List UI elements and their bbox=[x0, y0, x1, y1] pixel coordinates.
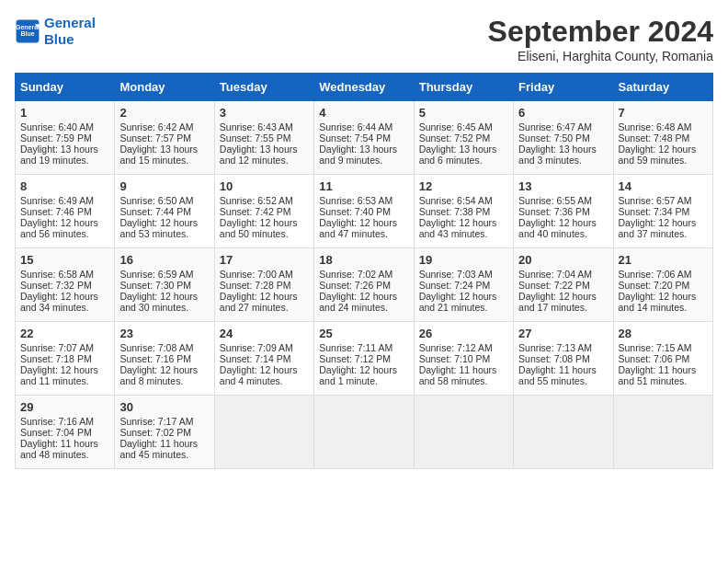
day-info-line: Daylight: 12 hours bbox=[619, 291, 708, 302]
calendar-day-cell: 4Sunrise: 6:44 AMSunset: 7:54 PMDaylight… bbox=[314, 101, 414, 175]
day-number: 15 bbox=[20, 253, 109, 267]
day-info-line: Daylight: 12 hours bbox=[220, 364, 309, 375]
logo-text: General Blue bbox=[44, 15, 96, 48]
calendar-day-cell: 22Sunrise: 7:07 AMSunset: 7:18 PMDayligh… bbox=[16, 322, 115, 396]
day-number: 22 bbox=[20, 327, 109, 340]
calendar-day-cell: 5Sunrise: 6:45 AMSunset: 7:52 PMDaylight… bbox=[414, 101, 513, 175]
day-info-line: Daylight: 13 hours bbox=[419, 144, 508, 155]
day-number: 9 bbox=[119, 179, 209, 193]
calendar-day-cell: 17Sunrise: 7:00 AMSunset: 7:28 PMDayligh… bbox=[214, 248, 313, 322]
empty-cell bbox=[314, 396, 414, 469]
day-info-line: Sunset: 7:59 PM bbox=[20, 132, 109, 144]
day-info-line: Daylight: 11 hours bbox=[20, 438, 109, 449]
day-info-line: Sunrise: 6:59 AM bbox=[119, 269, 209, 280]
day-info-line: Sunset: 7:40 PM bbox=[319, 206, 408, 217]
day-number: 1 bbox=[20, 106, 109, 120]
day-header-thursday: Thursday bbox=[414, 74, 513, 101]
calendar-day-cell: 13Sunrise: 6:55 AMSunset: 7:36 PMDayligh… bbox=[514, 175, 613, 248]
day-number: 24 bbox=[220, 327, 309, 340]
day-info-line: and 50 minutes. bbox=[220, 228, 309, 239]
day-number: 27 bbox=[518, 327, 608, 340]
day-info-line: Sunrise: 6:47 AM bbox=[518, 121, 608, 132]
day-info-line: and 48 minutes. bbox=[20, 449, 109, 460]
day-info-line: and 58 minutes. bbox=[419, 375, 508, 386]
day-info-line: and 4 minutes. bbox=[220, 375, 309, 386]
day-info-line: Daylight: 13 hours bbox=[20, 144, 109, 155]
day-info-line: Sunrise: 6:43 AM bbox=[220, 121, 309, 132]
day-info-line: Sunset: 7:52 PM bbox=[419, 132, 508, 144]
logo: General Blue General Blue bbox=[15, 15, 96, 48]
calendar-day-cell: 24Sunrise: 7:09 AMSunset: 7:14 PMDayligh… bbox=[214, 322, 313, 396]
day-info-line: Sunset: 7:12 PM bbox=[319, 353, 408, 364]
calendar-day-cell: 15Sunrise: 6:58 AMSunset: 7:32 PMDayligh… bbox=[16, 248, 115, 322]
day-info-line: and 59 minutes. bbox=[619, 155, 708, 166]
day-info-line: Sunset: 7:20 PM bbox=[619, 280, 708, 291]
day-info-line: Sunset: 7:08 PM bbox=[518, 353, 608, 364]
day-info-line: Daylight: 12 hours bbox=[518, 291, 608, 302]
day-info-line: Sunrise: 7:07 AM bbox=[20, 342, 109, 353]
day-info-line: Daylight: 12 hours bbox=[20, 291, 109, 302]
calendar-day-cell: 28Sunrise: 7:15 AMSunset: 7:06 PMDayligh… bbox=[613, 322, 712, 396]
day-info-line: and 6 minutes. bbox=[419, 155, 508, 166]
day-info-line: and 47 minutes. bbox=[319, 228, 408, 239]
empty-cell bbox=[414, 396, 513, 469]
day-number: 18 bbox=[319, 253, 408, 267]
day-info-line: Daylight: 12 hours bbox=[119, 217, 209, 228]
day-info-line: Sunrise: 7:03 AM bbox=[419, 269, 508, 280]
day-info-line: and 43 minutes. bbox=[419, 228, 508, 239]
day-info-line: Sunrise: 6:48 AM bbox=[619, 121, 708, 132]
empty-cell bbox=[514, 396, 613, 469]
day-info-line: and 17 minutes. bbox=[518, 302, 608, 313]
day-info-line: Daylight: 12 hours bbox=[319, 291, 408, 302]
day-info-line: Daylight: 12 hours bbox=[619, 217, 708, 228]
day-info-line: and 27 minutes. bbox=[220, 302, 309, 313]
day-info-line: and 30 minutes. bbox=[119, 302, 209, 313]
day-info-line: Sunset: 7:16 PM bbox=[119, 353, 209, 364]
day-info-line: Daylight: 12 hours bbox=[220, 217, 309, 228]
day-info-line: Sunset: 7:10 PM bbox=[419, 353, 508, 364]
day-info-line: Daylight: 11 hours bbox=[619, 364, 708, 375]
day-number: 28 bbox=[619, 327, 708, 340]
day-info-line: Sunset: 7:38 PM bbox=[419, 206, 508, 217]
day-number: 4 bbox=[319, 106, 408, 120]
day-info-line: Sunrise: 6:57 AM bbox=[619, 195, 708, 206]
day-info-line: and 1 minute. bbox=[319, 375, 408, 386]
calendar-day-cell: 23Sunrise: 7:08 AMSunset: 7:16 PMDayligh… bbox=[115, 322, 214, 396]
day-header-tuesday: Tuesday bbox=[214, 74, 313, 101]
day-info-line: and 56 minutes. bbox=[20, 228, 109, 239]
empty-cell bbox=[613, 396, 712, 469]
day-info-line: Sunrise: 7:09 AM bbox=[220, 342, 309, 353]
day-info-line: Sunrise: 6:40 AM bbox=[20, 121, 109, 132]
calendar-week-row: 1Sunrise: 6:40 AMSunset: 7:59 PMDaylight… bbox=[16, 101, 713, 175]
day-info-line: and 24 minutes. bbox=[319, 302, 408, 313]
day-info-line: Sunrise: 7:08 AM bbox=[119, 342, 209, 353]
calendar-day-cell: 7Sunrise: 6:48 AMSunset: 7:48 PMDaylight… bbox=[613, 101, 712, 175]
day-info-line: Daylight: 12 hours bbox=[119, 291, 209, 302]
svg-text:Blue: Blue bbox=[20, 30, 34, 37]
calendar-day-cell: 8Sunrise: 6:49 AMSunset: 7:46 PMDaylight… bbox=[16, 175, 115, 248]
day-number: 7 bbox=[619, 106, 708, 120]
day-info-line: Sunrise: 7:13 AM bbox=[518, 342, 608, 353]
day-info-line: and 3 minutes. bbox=[518, 155, 608, 166]
day-info-line: and 11 minutes. bbox=[20, 375, 109, 386]
day-number: 26 bbox=[419, 327, 508, 340]
day-info-line: Sunset: 7:30 PM bbox=[119, 280, 209, 291]
day-number: 23 bbox=[119, 327, 209, 340]
day-info-line: Sunset: 7:50 PM bbox=[518, 132, 608, 144]
calendar-day-cell: 14Sunrise: 6:57 AMSunset: 7:34 PMDayligh… bbox=[613, 175, 712, 248]
day-info-line: Sunset: 7:42 PM bbox=[220, 206, 309, 217]
day-info-line: Sunset: 7:55 PM bbox=[220, 132, 309, 144]
day-header-friday: Friday bbox=[514, 74, 613, 101]
day-number: 5 bbox=[419, 106, 508, 120]
day-info-line: Sunrise: 6:49 AM bbox=[20, 195, 109, 206]
day-info-line: Sunset: 7:54 PM bbox=[319, 132, 408, 144]
day-header-wednesday: Wednesday bbox=[314, 74, 414, 101]
day-number: 10 bbox=[220, 179, 309, 193]
day-info-line: Daylight: 11 hours bbox=[518, 364, 608, 375]
day-number: 30 bbox=[119, 400, 209, 414]
calendar-table: SundayMondayTuesdayWednesdayThursdayFrid… bbox=[15, 73, 713, 469]
calendar-week-row: 15Sunrise: 6:58 AMSunset: 7:32 PMDayligh… bbox=[16, 248, 713, 322]
day-number: 6 bbox=[518, 106, 608, 120]
day-header-saturday: Saturday bbox=[613, 74, 712, 101]
day-info-line: Sunset: 7:26 PM bbox=[319, 280, 408, 291]
